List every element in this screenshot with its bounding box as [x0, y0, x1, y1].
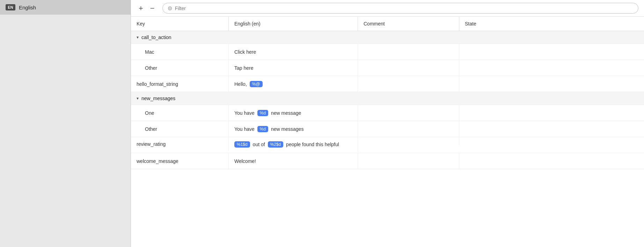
value-welcome[interactable]: Welcome! [229, 153, 358, 169]
value-hello[interactable]: Hello, %@ [229, 76, 358, 92]
key-other-nm: Other [131, 121, 229, 137]
value-text: out of [251, 142, 266, 147]
header-comment: Comment [358, 17, 459, 31]
state-other-nm [459, 121, 644, 137]
format-tag-2d: %2$d [268, 141, 284, 148]
format-tag-1d: %1$d [234, 141, 250, 148]
comment-review[interactable] [358, 137, 459, 145]
comment-hello[interactable] [358, 76, 459, 92]
table-row: One You have %d new message [131, 105, 644, 121]
key-hello: hello_format_string [131, 76, 229, 92]
header-english: English (en) [229, 17, 358, 31]
state-review [459, 137, 644, 145]
value-other-cta[interactable]: Tap here [229, 60, 358, 76]
comment-one[interactable] [358, 105, 459, 121]
key-review: review_rating [131, 137, 229, 151]
chevron-icon: ▾ [137, 35, 139, 40]
comment-mac[interactable] [358, 44, 459, 60]
value-text: Welcome! [234, 158, 256, 164]
header-key: Key [131, 17, 229, 31]
sidebar: EN English [0, 0, 131, 247]
format-tag-d2: %d [257, 126, 268, 132]
format-tag-d1: %d [257, 110, 268, 116]
filter-icon: ⊜ [168, 5, 172, 12]
sidebar-item-label: English [19, 5, 36, 10]
value-text: Hello, [234, 81, 248, 87]
remove-button[interactable]: − [148, 4, 157, 13]
table-row: welcome_message Welcome! [131, 153, 644, 169]
key-other-cta: Other [131, 60, 229, 76]
group-new-messages[interactable]: ▾ new_messages [131, 92, 644, 105]
table-row: Other Tap here [131, 60, 644, 76]
value-text: people found this helpful [285, 142, 339, 147]
key-welcome: welcome_message [131, 153, 229, 169]
value-text: new message [270, 110, 301, 116]
state-other-cta [459, 60, 644, 76]
table-container: Key English (en) Comment State ▾ call_to… [131, 17, 644, 247]
value-other-nm[interactable]: You have %d new messages [229, 121, 358, 137]
filter-container: ⊜ [162, 3, 638, 14]
table-row: hello_format_string Hello, %@ [131, 76, 644, 92]
value-text: new messages [270, 126, 303, 132]
table-row: review_rating %1$d out of %2$d people fo… [131, 137, 644, 153]
sidebar-item-english[interactable]: EN English [0, 0, 131, 15]
comment-welcome[interactable] [358, 153, 459, 169]
value-one[interactable]: You have %d new message [229, 105, 358, 121]
group-name: call_to_action [141, 35, 171, 40]
toolbar: + − ⊜ [131, 0, 644, 17]
comment-other-cta[interactable] [358, 60, 459, 76]
add-button[interactable]: + [137, 4, 145, 13]
state-welcome [459, 153, 644, 169]
comment-other-nm[interactable] [358, 121, 459, 137]
filter-input[interactable] [175, 6, 633, 11]
table-row: Other You have %d new messages [131, 121, 644, 137]
state-mac [459, 44, 644, 60]
format-tag-at: %@ [250, 81, 263, 87]
table-header: Key English (en) Comment State [131, 17, 644, 31]
group-call-to-action[interactable]: ▾ call_to_action [131, 31, 644, 44]
group-name: new_messages [141, 96, 175, 101]
key-one: One [131, 105, 229, 121]
value-review[interactable]: %1$d out of %2$d people found this helpf… [229, 137, 358, 152]
state-hello [459, 76, 644, 92]
state-one [459, 105, 644, 121]
value-mac[interactable]: Click here [229, 44, 358, 60]
value-text: You have [234, 126, 256, 132]
header-state: State [459, 17, 644, 31]
value-text: You have [234, 110, 256, 116]
main-content: + − ⊜ Key English (en) Comment State ▾ c… [131, 0, 644, 247]
table-row: Mac Click here [131, 44, 644, 60]
key-mac: Mac [131, 44, 229, 60]
chevron-icon: ▾ [137, 96, 139, 101]
language-badge: EN [6, 4, 15, 10]
